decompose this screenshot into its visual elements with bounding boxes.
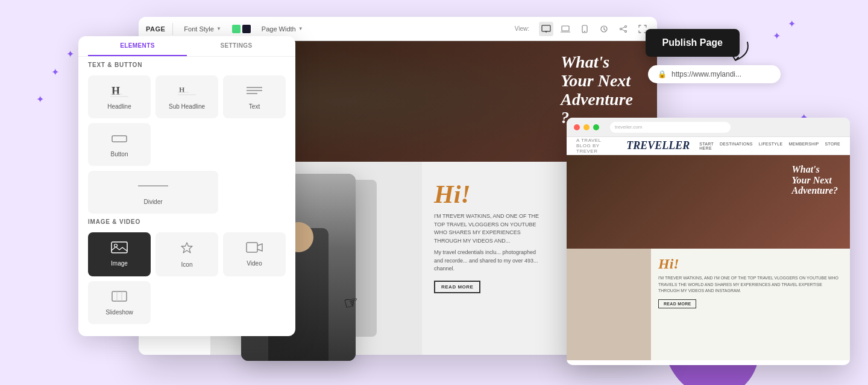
slideshow-icon <box>111 290 128 306</box>
icon-label: Icon <box>181 261 193 268</box>
browser-maximize-dot[interactable] <box>593 124 599 130</box>
browser-mid-content: Hi! I'M TREVER WATKINS, AND I'M ONE OF T… <box>651 249 850 360</box>
sparkle-icon-5: ✦ <box>773 30 781 42</box>
browser-hi-text: Hi! <box>658 256 843 272</box>
button-element[interactable]: Button <box>88 123 151 166</box>
canvas-body-text: I'M TREVER WATKINS, AND ONE OF THE TOP T… <box>434 212 542 245</box>
button-icon <box>110 132 128 148</box>
divider-icon <box>135 179 171 196</box>
video-icon <box>246 241 263 257</box>
image-video-label: IMAGE & VIDEO <box>88 218 286 225</box>
url-text: https://www.mylandi... <box>671 70 741 78</box>
headline-icon: H <box>110 84 128 100</box>
arrow-curve-icon <box>717 39 753 66</box>
mobile-view-btn[interactable] <box>577 22 592 36</box>
chevron-down-icon-2: ▼ <box>298 26 303 31</box>
browser-mid-section: Hi! I'M TREVER WATKINS, AND I'M ONE OF T… <box>567 249 850 360</box>
svg-rect-30 <box>112 291 127 301</box>
laptop-view-btn[interactable] <box>558 22 573 36</box>
svg-line-12 <box>621 29 625 31</box>
headline-label: Headline <box>107 103 131 110</box>
canvas-credentials-text: My travel credentials inclu... photograp… <box>434 249 542 273</box>
icon-element-icon <box>180 241 194 258</box>
panel-tab-elements[interactable]: ELEMENTS <box>88 36 187 56</box>
browser-content: A TRAVEL BLOG BY TREVER TREVELLER START … <box>567 137 850 365</box>
lock-icon: 🔒 <box>658 70 667 78</box>
svg-text:H: H <box>112 85 120 97</box>
svg-text:H: H <box>179 86 185 94</box>
browser-preview-window: treveller.com A TRAVEL BLOG BY TREVER TR… <box>567 118 850 365</box>
icon-element[interactable]: Icon <box>156 232 218 276</box>
text-button-label: TEXT & BUTTON <box>88 62 286 68</box>
elements-panel: ELEMENTS SETTINGS TEXT & BUTTON H Headli… <box>78 36 295 336</box>
browser-chrome: treveller.com <box>567 118 850 137</box>
sparkle-icon-2: ✦ <box>36 94 44 105</box>
browser-close-dot[interactable] <box>574 124 580 130</box>
svg-marker-28 <box>181 243 192 253</box>
sparkle-icon-1: ✦ <box>51 66 59 78</box>
read-more-button[interactable]: READ MORE <box>434 281 480 293</box>
sparkle-icon-3: ✦ <box>66 48 74 60</box>
page-width-dropdown[interactable]: Page Width ▼ <box>258 24 307 34</box>
desktop-view-btn[interactable] <box>539 22 553 36</box>
image-label: Image <box>111 260 128 267</box>
browser-brand-name: TREVELLER <box>626 139 690 152</box>
svg-rect-3 <box>562 26 569 31</box>
color-swatch-green[interactable] <box>232 25 241 33</box>
url-bar: 🔒 https://www.mylandi... <box>648 65 781 83</box>
font-style-dropdown[interactable]: Font Style ▼ <box>180 24 224 34</box>
browser-hero-text: What'sYour NextAdventure? <box>792 164 838 196</box>
nav-link-start[interactable]: START HERE <box>699 142 714 150</box>
panel-tab-settings[interactable]: SETTINGS <box>187 36 286 56</box>
browser-site-header: A TRAVEL BLOG BY TREVER TREVELLER START … <box>567 137 850 155</box>
divider-element[interactable]: Divider <box>88 171 218 214</box>
color-swatches <box>232 25 251 33</box>
svg-rect-24 <box>112 136 127 142</box>
svg-rect-26 <box>112 242 127 253</box>
browser-mid-image <box>567 249 651 360</box>
slideshow-element[interactable]: Slideshow <box>88 281 151 324</box>
page-width-label: Page Width <box>262 25 296 33</box>
video-element[interactable]: Video <box>223 232 286 276</box>
svg-line-11 <box>621 27 625 28</box>
sub-headline-element[interactable]: H Sub Headline <box>156 75 218 118</box>
browser-read-more-button[interactable]: READ MORE <box>658 299 696 308</box>
panel-tab-row: ELEMENTS SETTINGS <box>78 36 295 57</box>
history-btn[interactable] <box>597 22 611 36</box>
sub-headline-label: Sub Headline <box>169 103 205 110</box>
nav-link-membership[interactable]: MEMBERSHIP <box>788 142 819 150</box>
view-icons <box>539 22 650 36</box>
divider-label: Divider <box>143 199 162 205</box>
image-video-grid: Image Icon Video Slideshow <box>88 232 286 324</box>
text-icon <box>245 84 263 100</box>
browser-hero-section: What'sYour NextAdventure? <box>567 155 850 249</box>
hero-text: What'sYour NextAdventure? <box>561 53 633 127</box>
browser-address-bar[interactable]: treveller.com <box>610 122 731 133</box>
nav-link-store[interactable]: STORE <box>825 142 841 150</box>
headline-element[interactable]: H Headline <box>88 75 151 118</box>
nav-link-lifestyle[interactable]: LIFESTYLE <box>759 142 783 150</box>
text-element[interactable]: Text <box>223 75 286 118</box>
brand-tagline: A TRAVEL BLOG BY TREVER <box>576 138 617 154</box>
browser-body-text: I'M TREVER WATKINS, AND I'M ONE OF THE T… <box>658 275 843 294</box>
text-label: Text <box>249 103 260 110</box>
sparkle-icon-6: ✦ <box>788 18 796 30</box>
svg-rect-0 <box>542 25 550 31</box>
video-label: Video <box>247 260 262 267</box>
share-btn[interactable] <box>616 22 631 36</box>
browser-minimize-dot[interactable] <box>583 124 590 130</box>
sub-headline-icon: H <box>178 84 196 100</box>
view-label: View: <box>515 25 529 32</box>
nav-link-destinations[interactable]: DESTINATIONS <box>720 142 753 150</box>
image-icon <box>111 241 128 257</box>
slideshow-label: Slideshow <box>105 309 133 316</box>
brand-area: A TRAVEL BLOG BY TREVER <box>576 138 617 154</box>
chevron-down-icon: ▼ <box>216 26 221 31</box>
page-label: PAGE <box>146 25 165 33</box>
font-style-label: Font Style <box>184 25 214 33</box>
button-label: Button <box>111 151 128 158</box>
image-element[interactable]: Image <box>88 232 151 276</box>
svg-rect-29 <box>247 243 257 252</box>
color-swatch-dark[interactable] <box>242 25 251 33</box>
svg-point-6 <box>584 31 585 32</box>
